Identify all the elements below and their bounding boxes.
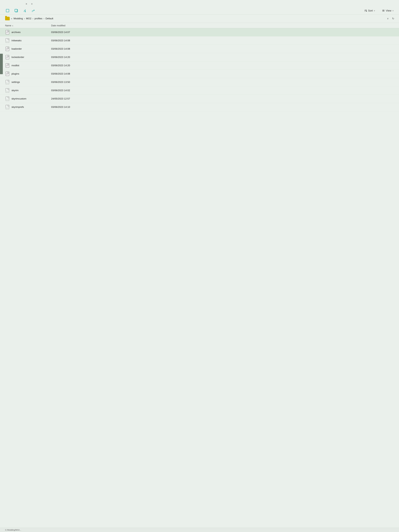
copy-icon[interactable] bbox=[14, 8, 19, 13]
ini-file-icon bbox=[5, 80, 10, 84]
file-date: 03/06/2023 14:07 bbox=[51, 31, 394, 34]
list-item[interactable]: skyrimcustom24/05/2023 12:57 bbox=[0, 95, 399, 103]
view-button[interactable]: View ∨ bbox=[380, 8, 395, 13]
status-text: C:/Modding/MO2... bbox=[5, 529, 21, 531]
file-name: settings bbox=[12, 81, 51, 83]
column-date-modified[interactable]: Date modified bbox=[51, 24, 394, 27]
file-name: modlist bbox=[12, 64, 51, 67]
list-item[interactable]: skyrim03/06/2023 14:02 bbox=[0, 86, 399, 95]
sort-button[interactable]: Sort ∨ bbox=[363, 8, 377, 13]
list-item[interactable]: plugins03/06/2023 14:08 bbox=[0, 70, 399, 78]
file-date: 03/06/2023 14:02 bbox=[51, 89, 394, 92]
list-item[interactable]: modlist03/06/2023 14:20 bbox=[0, 61, 399, 70]
breadcrumb-profiles[interactable]: profiles bbox=[35, 17, 42, 20]
new-tab-button[interactable]: + bbox=[31, 2, 33, 6]
file-name: archives bbox=[12, 31, 51, 34]
txt-file-icon bbox=[5, 63, 10, 68]
folder-icon bbox=[5, 17, 10, 20]
ini-file-icon bbox=[5, 38, 10, 43]
scrollbar[interactable] bbox=[0, 54, 3, 74]
list-item[interactable]: initweaks03/06/2023 14:08 bbox=[0, 37, 399, 45]
file-date: 24/05/2023 12:57 bbox=[51, 97, 394, 100]
file-name: loadorder bbox=[12, 47, 51, 50]
file-date: 03/06/2023 14:08 bbox=[51, 39, 394, 42]
breadcrumb-ellipsis: « bbox=[11, 17, 12, 20]
list-item[interactable]: archives03/06/2023 14:07 bbox=[0, 28, 399, 37]
view-icon bbox=[382, 9, 385, 12]
view-chevron: ∨ bbox=[392, 10, 394, 12]
list-item[interactable]: lockedorder03/06/2023 14:20 bbox=[0, 53, 399, 61]
svg-rect-0 bbox=[6, 9, 9, 12]
file-name: initweaks bbox=[12, 39, 51, 42]
breadcrumb-mo2[interactable]: MO2 bbox=[26, 17, 31, 20]
sort-icon bbox=[364, 9, 367, 12]
file-name: skyrimprefs bbox=[12, 106, 51, 108]
breadcrumb-bar: « Modding › MO2 › profiles › Default ∨ ↻ bbox=[0, 14, 399, 23]
file-name: skyrim bbox=[12, 89, 51, 92]
sort-label: Sort bbox=[368, 9, 373, 12]
column-headers: Name ∧ Date modified bbox=[0, 23, 399, 28]
file-date: 03/06/2023 14:20 bbox=[51, 64, 394, 67]
txt-file-icon bbox=[5, 30, 10, 35]
close-button[interactable]: × bbox=[25, 2, 27, 6]
file-date: 03/06/2023 14:10 bbox=[51, 106, 394, 108]
view-label: View bbox=[386, 9, 391, 12]
breadcrumb-modding[interactable]: Modding bbox=[13, 17, 23, 20]
font-icon[interactable]: A bbox=[23, 8, 27, 13]
list-item[interactable]: settings03/06/2023 13:50 bbox=[0, 78, 399, 86]
sort-chevron: ∨ bbox=[374, 10, 375, 12]
svg-rect-2 bbox=[15, 9, 17, 12]
ini-file-icon bbox=[5, 96, 10, 101]
file-date: 03/06/2023 14:08 bbox=[51, 47, 394, 50]
txt-file-icon bbox=[5, 47, 10, 51]
refresh-button[interactable]: ↻ bbox=[391, 17, 395, 21]
file-date: 03/06/2023 13:50 bbox=[51, 81, 394, 83]
list-item[interactable]: loadorder03/06/2023 14:08 bbox=[0, 45, 399, 53]
txt-file-icon bbox=[5, 55, 10, 59]
txt-file-icon bbox=[5, 71, 10, 76]
column-name[interactable]: Name ∧ bbox=[5, 24, 51, 27]
file-name: skyrimcustom bbox=[12, 97, 51, 100]
share-icon[interactable] bbox=[31, 8, 36, 13]
explorer-window: × + A bbox=[0, 0, 399, 532]
file-name: lockedorder bbox=[12, 56, 51, 59]
toolbar: A Sort ∨ bbox=[0, 7, 399, 14]
list-item[interactable]: skyrimprefs03/06/2023 14:10 bbox=[0, 103, 399, 111]
status-bar: C:/Modding/MO2... bbox=[0, 528, 399, 532]
title-bar: × + bbox=[0, 0, 399, 7]
ini-file-icon bbox=[5, 88, 10, 93]
file-name: plugins bbox=[12, 72, 51, 75]
ini-file-icon bbox=[5, 105, 10, 109]
breadcrumb[interactable]: Modding › MO2 › profiles › Default bbox=[13, 17, 384, 20]
file-list: archives03/06/2023 14:07initweaks03/06/2… bbox=[0, 28, 399, 528]
breadcrumb-expand-button[interactable]: ∨ bbox=[386, 17, 390, 21]
breadcrumb-default[interactable]: Default bbox=[45, 17, 53, 20]
window-icon[interactable] bbox=[5, 8, 10, 13]
file-date: 03/06/2023 14:20 bbox=[51, 56, 394, 59]
name-sort-arrow: ∧ bbox=[12, 25, 13, 27]
file-date: 03/06/2023 14:08 bbox=[51, 72, 394, 75]
